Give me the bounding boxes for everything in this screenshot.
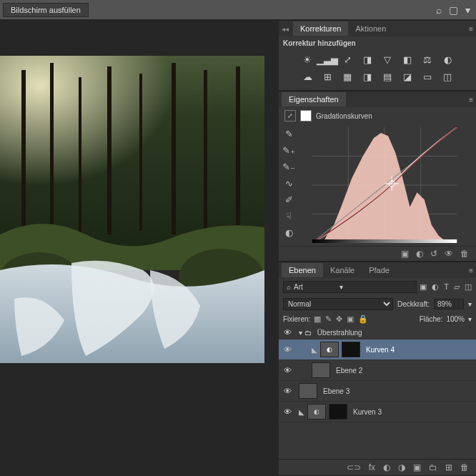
lookup-icon[interactable]: ▦ xyxy=(339,70,355,83)
chevron-down-icon[interactable]: ▾ xyxy=(468,300,472,308)
fx-icon[interactable]: fx xyxy=(369,462,375,472)
hand-icon[interactable]: ☟ xyxy=(286,211,292,222)
right-panel: ◂◂ Korrekturen Aktionen ≡ Korrektur hinz… xyxy=(279,20,476,476)
search-icon[interactable]: ⌕ xyxy=(436,4,442,16)
panel-menu-icon[interactable]: ≡ xyxy=(469,96,473,104)
group-icon[interactable]: ▣ xyxy=(413,462,421,472)
panel-menu-icon[interactable]: ≡ xyxy=(469,267,473,274)
layer-row[interactable]: 👁Ebene 3 xyxy=(279,381,476,402)
visibility-icon[interactable]: 👁 xyxy=(282,387,293,395)
tab-pfade[interactable]: Pfade xyxy=(362,263,397,277)
curves-graph[interactable] xyxy=(299,127,470,243)
workspace-chevron-icon[interactable]: ▾ xyxy=(465,4,470,16)
visibility-icon[interactable]: 👁 xyxy=(282,407,293,416)
layer-mask[interactable] xyxy=(329,404,347,420)
layer-filter[interactable]: ⌕ ▾ xyxy=(283,281,417,293)
smooth-icon[interactable]: ∿ xyxy=(285,178,293,189)
filter-type-icon[interactable]: T xyxy=(444,282,449,292)
layer-name[interactable]: Überstrahlung xyxy=(317,329,362,337)
lock-move-icon[interactable]: ✥ xyxy=(336,314,342,324)
trash-icon[interactable]: 🗑 xyxy=(460,462,469,472)
layer-mask[interactable] xyxy=(342,342,360,357)
opacity-value[interactable]: 89% xyxy=(434,299,464,309)
adj-thumb: ◐ xyxy=(320,342,339,357)
visibility-icon[interactable]: 👁 xyxy=(282,328,293,337)
visibility-icon[interactable]: 👁 xyxy=(282,345,293,354)
filter-pixel-icon[interactable]: ▣ xyxy=(420,282,427,292)
vibrance-icon[interactable]: ▽ xyxy=(380,53,395,66)
gradient-map-icon[interactable]: ▭ xyxy=(420,70,435,83)
folder-icon[interactable]: 🗀 xyxy=(429,462,437,472)
svg-rect-26 xyxy=(312,239,457,243)
invert-icon[interactable]: ◨ xyxy=(360,70,375,83)
pencil-icon[interactable]: ✐ xyxy=(285,194,293,205)
tab-korrekturen[interactable]: Korrekturen xyxy=(293,21,348,36)
visible-icon[interactable]: 👁 xyxy=(445,249,453,259)
filter-smart-icon[interactable]: ◫ xyxy=(465,282,472,292)
filter-input[interactable] xyxy=(294,283,337,291)
layer-name[interactable]: Kurven 4 xyxy=(366,346,395,354)
svg-rect-6 xyxy=(139,74,142,231)
visibility-icon[interactable]: 👁 xyxy=(282,366,293,375)
layer-name[interactable]: Ebene 3 xyxy=(323,387,349,395)
brightness-icon[interactable]: ☀ xyxy=(299,53,315,66)
tab-kanaele[interactable]: Kanäle xyxy=(323,263,362,277)
levels-icon[interactable]: ▁▃▅ xyxy=(319,53,335,66)
clip-icon[interactable]: ▣ xyxy=(401,249,409,259)
chevron-down-icon[interactable]: ▾ xyxy=(468,315,472,323)
photo-filter-icon[interactable]: ☁ xyxy=(299,70,315,83)
clip-indicator-icon: ◣ xyxy=(312,346,317,354)
tab-eigenschaften[interactable]: Eigenschaften xyxy=(282,92,346,106)
lock-trans-icon[interactable]: ▩ xyxy=(314,314,321,324)
filter-adj-icon[interactable]: ◐ xyxy=(432,282,439,292)
prev-icon[interactable]: ◐ xyxy=(416,249,423,259)
chevron-down-icon[interactable]: ▾ xyxy=(339,283,343,291)
delete-icon[interactable]: 🗑 xyxy=(460,249,469,259)
eyedropper-minus-icon[interactable]: ✎₋ xyxy=(282,162,295,172)
layer-row[interactable]: 👁▾ 🗀Überstrahlung xyxy=(279,326,476,339)
link-icon[interactable]: ⊂⊃ xyxy=(347,462,361,472)
layer-row[interactable]: 👁Ebene 2 xyxy=(279,360,476,381)
fit-screen-button[interactable]: Bildschirm ausfüllen xyxy=(3,3,89,17)
lock-artboard-icon[interactable]: ▣ xyxy=(347,314,354,324)
bw-icon[interactable]: ◐ xyxy=(440,53,455,66)
color-balance-icon[interactable]: ⚖ xyxy=(420,53,435,66)
layer-row[interactable]: 👁◣◐Kurven 3 xyxy=(279,402,476,422)
hue-icon[interactable]: ◧ xyxy=(400,53,415,66)
collapse-icon[interactable]: ◂◂ xyxy=(282,25,289,33)
fill-value[interactable]: 100% xyxy=(446,315,465,323)
svg-rect-3 xyxy=(50,63,54,234)
new-layer-icon[interactable]: ⊞ xyxy=(445,462,452,472)
layer-thumb xyxy=(299,383,317,399)
lock-brush-icon[interactable]: ✎ xyxy=(325,314,332,324)
mask-icon[interactable] xyxy=(300,110,312,122)
selective-color-icon[interactable]: ◫ xyxy=(440,70,455,83)
layer-name[interactable]: Ebene 2 xyxy=(336,367,362,375)
folder-toggle-icon[interactable]: ▾ 🗀 xyxy=(299,329,312,337)
filter-shape-icon[interactable]: ▱ xyxy=(454,282,460,292)
posterize-icon[interactable]: ▤ xyxy=(380,70,395,83)
adj-thumb: ◐ xyxy=(307,404,326,420)
tab-ebenen[interactable]: Ebenen xyxy=(282,263,323,277)
properties-panel: Eigenschaften ≡ ⤢ Gradationskurven ✎ ✎₊ … xyxy=(279,91,476,262)
workspace-icon[interactable]: ▢ xyxy=(449,4,458,16)
eyedropper-plus-icon[interactable]: ✎₊ xyxy=(282,145,295,156)
layer-row[interactable]: 👁◣◐Kurven 4 xyxy=(279,339,476,360)
mask-icon[interactable]: ◐ xyxy=(383,462,390,472)
adjustments-subtitle: Korrektur hinzufügen xyxy=(279,36,476,50)
adj-icon[interactable]: ◑ xyxy=(398,462,405,472)
blend-mode-select[interactable]: Normal xyxy=(283,298,393,310)
panel-menu-icon[interactable]: ≡ xyxy=(469,25,473,33)
tab-aktionen[interactable]: Aktionen xyxy=(348,21,393,36)
wb-icon[interactable]: ◐ xyxy=(285,227,293,238)
exposure-icon[interactable]: ◨ xyxy=(360,53,375,66)
eyedropper-icon[interactable]: ✎ xyxy=(285,129,293,139)
layer-name[interactable]: Kurven 3 xyxy=(353,408,382,416)
reset-icon[interactable]: ↺ xyxy=(430,249,437,259)
channel-mixer-icon[interactable]: ⊞ xyxy=(319,70,335,83)
document-image[interactable] xyxy=(0,56,264,363)
threshold-icon[interactable]: ◪ xyxy=(400,70,415,83)
lock-all-icon[interactable]: 🔒 xyxy=(358,314,368,324)
layer-thumb xyxy=(312,362,330,378)
curves-icon[interactable]: ⤢ xyxy=(339,53,355,66)
